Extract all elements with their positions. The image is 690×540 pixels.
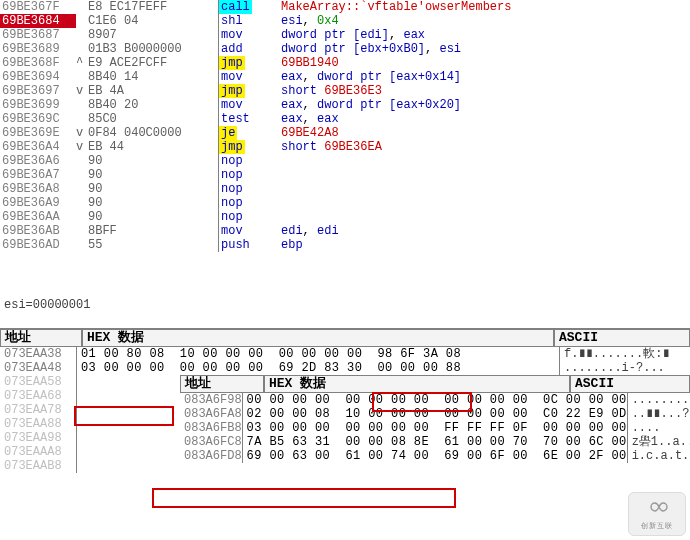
hex-bytes-cell: 00 00 00 00 00 00 00 00 00 00 00 00 0C 0… — [243, 393, 627, 407]
hex-ascii-cell: i.c.a.t.i.o.n./. — [627, 449, 690, 463]
mnemonic-cell: je — [219, 126, 237, 140]
hex-addr-cell: 073EAA58 — [0, 375, 77, 389]
addr-cell: 69BE3687 — [0, 28, 76, 42]
hex-inner-header-hex[interactable]: HEX 数据 — [264, 375, 570, 393]
addr-cell: 69BE36A6 — [0, 154, 76, 168]
disasm-row[interactable]: 69BE367F E8 EC17FEFFcallMakeArray::`vfta… — [0, 0, 690, 14]
disasm-row[interactable]: 69BE3689 01B3 B0000000adddword ptr [ebx+… — [0, 42, 690, 56]
disasm-row[interactable]: 69BE369Ev0F84 040C0000je69BE42A8 — [0, 126, 690, 140]
mnemonic-cell: call — [219, 0, 252, 14]
hex-row[interactable]: 083A6FC87A B5 63 31 00 00 08 8E 61 00 00… — [180, 435, 690, 449]
disasm-row[interactable]: 69BE36AB 8BFFmovedi, edi — [0, 224, 690, 238]
branch-caret-icon — [76, 112, 88, 126]
hex-inner-header-addr[interactable]: 地址 — [180, 375, 264, 393]
addr-cell: 69BE3694 — [0, 70, 76, 84]
hex-pane-inner[interactable]: 地址HEX 数据ASCII083A6F9800 00 00 00 00 00 0… — [180, 375, 690, 463]
hex-addr-cell: 083A6FC8 — [180, 435, 243, 449]
hex-outer-header-hex[interactable]: HEX 数据 — [82, 329, 554, 347]
hex-inner-header-ascii[interactable]: ASCII — [570, 375, 690, 393]
branch-caret-icon — [76, 182, 88, 196]
hex-row[interactable]: 083A6FA802 00 00 08 10 00 00 00 00 00 00… — [180, 407, 690, 421]
bytes-cell: 8B40 20 — [88, 98, 219, 112]
bytes-cell: 90 — [88, 210, 219, 224]
addr-cell: 69BE3699 — [0, 98, 76, 112]
mnemonic-cell: add — [219, 42, 245, 56]
hex-bytes-cell: 69 00 63 00 61 00 74 00 69 00 6F 00 6E 0… — [243, 449, 627, 463]
disasm-row[interactable]: 69BE3687 8907movdword ptr [edi], eax — [0, 28, 690, 42]
operands-cell: esi, 0x4 — [281, 14, 690, 28]
hex-row[interactable]: 073EAA4803 00 00 00 00 00 00 00 69 2D 83… — [0, 361, 690, 375]
disasm-row[interactable]: 69BE368F^E9 ACE2FCFFjmp69BB1940 — [0, 56, 690, 70]
mnemonic-cell: shl — [219, 14, 245, 28]
bytes-cell: 8BFF — [88, 224, 219, 238]
watermark-caption: 创新互联 — [641, 519, 673, 533]
operands-cell: ebp — [281, 238, 690, 252]
addr-cell: 69BE368F — [0, 56, 76, 70]
bytes-cell: 01B3 B0000000 — [88, 42, 219, 56]
mnemonic-cell: mov — [219, 98, 245, 112]
operands-cell: edi, edi — [281, 224, 690, 238]
bytes-cell: EB 44 — [88, 140, 219, 154]
mnemonic-cell: jmp — [219, 84, 245, 98]
hex-ascii-cell: ..∎∎...?.. — [627, 407, 690, 421]
hex-ascii-cell: z礐1..a..p.p.l. — [627, 435, 690, 449]
operands-cell: short 69BE36EA — [281, 140, 690, 154]
hex-panes: 地址 HEX 数据 ASCII 073EAA3801 00 80 08 10 0… — [0, 328, 690, 473]
hex-addr-cell: 073EAA78 — [0, 403, 77, 417]
addr-cell: 69BE369C — [0, 112, 76, 126]
hex-outer-header-ascii[interactable]: ASCII — [554, 329, 690, 347]
branch-caret-icon — [76, 224, 88, 238]
disasm-row[interactable]: 69BE3694 8B40 14moveax, dword ptr [eax+0… — [0, 70, 690, 84]
mnemonic-cell: nop — [219, 210, 245, 224]
hex-bytes-cell: 03 00 00 00 00 00 00 00 FF FF FF 0F 00 0… — [243, 421, 627, 435]
branch-caret-icon — [76, 168, 88, 182]
mnemonic-cell: test — [219, 112, 252, 126]
operands-cell: 69BB1940 — [281, 56, 690, 70]
operands-cell: dword ptr [edi], eax — [281, 28, 690, 42]
bytes-cell: 55 — [88, 238, 219, 252]
hex-ascii-cell: .... — [627, 421, 690, 435]
hex-row[interactable]: 083A6F9800 00 00 00 00 00 00 00 00 00 00… — [180, 393, 690, 407]
hex-row[interactable]: 083A6FB803 00 00 00 00 00 00 00 FF FF FF… — [180, 421, 690, 435]
bytes-cell: 90 — [88, 168, 219, 182]
disasm-row[interactable]: 69BE3684 C1E6 04shlesi, 0x4 — [0, 14, 690, 28]
disasm-row[interactable]: 69BE36AD 55pushebp — [0, 238, 690, 252]
addr-cell: 69BE36A4 — [0, 140, 76, 154]
mnemonic-cell: mov — [219, 224, 245, 238]
watermark-logo: 创新互联 — [628, 492, 686, 536]
operands-cell: eax, dword ptr [eax+0x14] — [281, 70, 690, 84]
mnemonic-cell: nop — [219, 154, 245, 168]
hex-row[interactable]: 083A6FD869 00 63 00 61 00 74 00 69 00 6F… — [180, 449, 690, 463]
disasm-row[interactable]: 69BE36A9 90nop — [0, 196, 690, 210]
disasm-row[interactable]: 69BE369C 85C0testeax, eax — [0, 112, 690, 126]
hex-addr-cell: 073EAA98 — [0, 431, 77, 445]
disasm-row[interactable]: 69BE36AA 90nop — [0, 210, 690, 224]
hex-row[interactable]: 073EAA3801 00 80 08 10 00 00 00 00 00 00… — [0, 347, 690, 361]
hex-addr-cell: 073EAAA8 — [0, 445, 77, 459]
disasm-row[interactable]: 69BE3697vEB 4Ajmpshort 69BE36E3 — [0, 84, 690, 98]
addr-cell: 69BE36A8 — [0, 182, 76, 196]
bytes-cell: C1E6 04 — [88, 14, 219, 28]
hex-addr-cell: 073EAA68 — [0, 389, 77, 403]
operands-cell: short 69BE36E3 — [281, 84, 690, 98]
addr-cell: 69BE36AB — [0, 224, 76, 238]
infinity-icon — [645, 495, 669, 519]
hex-addr-cell: 073EAA48 — [0, 361, 77, 375]
disasm-row[interactable]: 69BE3699 8B40 20moveax, dword ptr [eax+0… — [0, 98, 690, 112]
disasm-row[interactable]: 69BE36A7 90nop — [0, 168, 690, 182]
branch-caret-icon: v — [76, 84, 88, 98]
mnemonic-cell: nop — [219, 196, 245, 210]
status-text: esi=00000001 — [4, 298, 90, 312]
disassembly-pane[interactable]: 69BE367F E8 EC17FEFFcallMakeArray::`vfta… — [0, 0, 690, 296]
bytes-cell: E9 ACE2FCFF — [88, 56, 219, 70]
disasm-row[interactable]: 69BE36A4vEB 44jmpshort 69BE36EA — [0, 140, 690, 154]
bytes-cell: 8907 — [88, 28, 219, 42]
branch-caret-icon: v — [76, 140, 88, 154]
bytes-cell: E8 EC17FEFF — [88, 0, 219, 14]
addr-cell: 69BE36AA — [0, 210, 76, 224]
disasm-row[interactable]: 69BE36A6 90nop — [0, 154, 690, 168]
hex-outer-header-addr[interactable]: 地址 — [0, 329, 82, 347]
bytes-cell: 0F84 040C0000 — [88, 126, 219, 140]
disasm-row[interactable]: 69BE36A8 90nop — [0, 182, 690, 196]
bytes-cell: 8B40 14 — [88, 70, 219, 84]
